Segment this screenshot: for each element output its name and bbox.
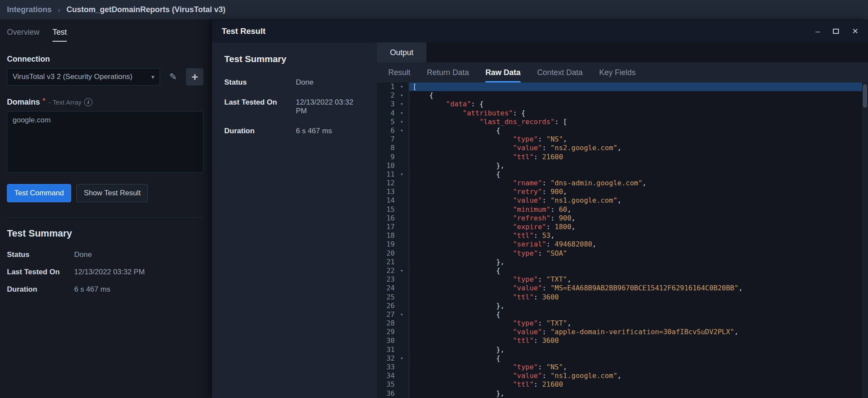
code-line[interactable]: 36 },	[377, 389, 862, 398]
code-line-text[interactable]: },	[409, 389, 862, 398]
code-line[interactable]: 22▾ {	[377, 266, 862, 275]
code-line[interactable]: 32▾ {	[377, 354, 862, 363]
code-line-text[interactable]: },	[409, 302, 862, 310]
code-line-text[interactable]: },	[409, 345, 862, 354]
code-line-text[interactable]: "ttl": 3600	[409, 336, 862, 345]
code-line-text[interactable]: "value": "MS=E4A68B9AB2BB9670BCE15412F62…	[409, 284, 862, 293]
code-line-text[interactable]: "data": {	[409, 100, 862, 109]
code-line-text[interactable]: "type": "TXT",	[409, 319, 862, 328]
code-line[interactable]: 30 "ttl": 3600	[377, 336, 862, 345]
subtab-return-data[interactable]: Return Data	[427, 62, 469, 82]
code-line-text[interactable]: "type": "SOA"	[409, 249, 862, 258]
code-line[interactable]: 27▾ {	[377, 310, 862, 319]
show-test-result-button[interactable]: Show Test Result	[76, 184, 148, 202]
code-line-text[interactable]: },	[409, 258, 862, 266]
code-line[interactable]: 25 "ttl": 3600	[377, 293, 862, 302]
vertical-scrollbar[interactable]	[862, 82, 868, 398]
code-line-text[interactable]: "value": "ns1.google.com",	[409, 372, 862, 380]
code-line[interactable]: 33 "type": "NS",	[377, 363, 862, 372]
code-line-text[interactable]: "retry": 900,	[409, 187, 862, 196]
tab-overview[interactable]: Overview	[7, 28, 39, 42]
code-line-text[interactable]: "value": "apple-domain-verification=30af…	[409, 328, 862, 336]
code-line-text[interactable]: "type": "NS",	[409, 135, 862, 144]
fold-caret-icon[interactable]: ▾	[397, 170, 406, 179]
code-line[interactable]: 14 "value": "ns1.google.com",	[377, 196, 862, 205]
info-icon[interactable]: i	[84, 98, 92, 106]
code-line-text[interactable]: "refresh": 900,	[409, 214, 862, 223]
code-line-text[interactable]: "last_dns_records": [	[409, 118, 862, 126]
code-line-text[interactable]: "type": "TXT",	[409, 275, 862, 284]
fold-caret-icon[interactable]: ▾	[397, 266, 406, 275]
code-line[interactable]: 16 "refresh": 900,	[377, 214, 862, 223]
code-line[interactable]: 6▾ {	[377, 126, 862, 135]
add-connection-button[interactable]: +	[186, 68, 203, 86]
subtab-key-fields[interactable]: Key Fields	[599, 62, 635, 82]
fold-caret-icon[interactable]: ▾	[397, 310, 406, 319]
code-line[interactable]: 24 "value": "MS=E4A68B9AB2BB9670BCE15412…	[377, 284, 862, 293]
code-line[interactable]: 21 },	[377, 258, 862, 266]
code-line-text[interactable]: "ttl": 53,	[409, 231, 862, 240]
code-line-text[interactable]: {	[409, 91, 862, 100]
code-line[interactable]: 11▾ {	[377, 170, 862, 179]
raw-data-code-editor[interactable]: 1▾[2▾ {3▾ "data": {4▾ "attributes": {5▾ …	[377, 82, 868, 398]
code-line[interactable]: 13 "retry": 900,	[377, 187, 862, 196]
code-line-text[interactable]: "attributes": {	[409, 109, 862, 118]
code-line[interactable]: 1▾[	[377, 82, 862, 91]
code-line[interactable]: 12 "rname": "dns-admin.google.com",	[377, 179, 862, 187]
code-line-text[interactable]: {	[409, 126, 862, 135]
code-line[interactable]: 35 "ttl": 21600	[377, 380, 862, 389]
code-line[interactable]: 15 "minimum": 60,	[377, 205, 862, 214]
tab-test[interactable]: Test	[52, 28, 67, 42]
fold-caret-icon[interactable]: ▾	[397, 91, 406, 100]
edit-connection-button[interactable]: ✎	[164, 68, 182, 86]
code-line-text[interactable]: "rname": "dns-admin.google.com",	[409, 179, 862, 187]
subtab-raw-data[interactable]: Raw Data	[485, 62, 521, 82]
code-line[interactable]: 31 },	[377, 345, 862, 354]
code-line[interactable]: 28 "type": "TXT",	[377, 319, 862, 328]
code-line-text[interactable]: "expire": 1800,	[409, 223, 862, 231]
code-line-text[interactable]: "serial": 494682080,	[409, 240, 862, 249]
scrollbar-thumb[interactable]	[863, 84, 867, 108]
fold-caret-icon[interactable]: ▾	[397, 126, 406, 135]
code-line-text[interactable]: {	[409, 310, 862, 319]
code-line[interactable]: 19 "serial": 494682080,	[377, 240, 862, 249]
code-line-text[interactable]: [	[409, 82, 862, 91]
code-line[interactable]: 23 "type": "TXT",	[377, 275, 862, 284]
code-line[interactable]: 8 "value": "ns2.google.com",	[377, 144, 862, 152]
code-line[interactable]: 3▾ "data": {	[377, 100, 862, 109]
code-line-text[interactable]: {	[409, 354, 862, 363]
code-line-text[interactable]: {	[409, 170, 862, 179]
fold-caret-icon[interactable]: ▾	[397, 354, 406, 363]
test-command-button[interactable]: Test Command	[7, 184, 71, 202]
code-line[interactable]: 5▾ "last_dns_records": [	[377, 118, 862, 126]
connection-select[interactable]: VirusTotal v3 2 (Security Operations) ▾	[7, 68, 160, 86]
fold-caret-icon[interactable]: ▾	[397, 100, 406, 109]
code-line-text[interactable]: "ttl": 21600	[409, 153, 862, 161]
code-line[interactable]: 34 "value": "ns1.google.com",	[377, 372, 862, 380]
fold-caret-icon[interactable]: ▾	[397, 109, 406, 118]
code-line[interactable]: 29 "value": "apple-domain-verification=3…	[377, 328, 862, 336]
close-icon[interactable]: ✕	[852, 27, 858, 35]
code-line-text[interactable]: "minimum": 60,	[409, 205, 862, 214]
code-line-text[interactable]: "value": "ns2.google.com",	[409, 144, 862, 152]
code-line[interactable]: 18 "ttl": 53,	[377, 231, 862, 240]
subtab-result[interactable]: Result	[388, 62, 410, 82]
minimize-icon[interactable]: –	[816, 27, 820, 35]
fold-caret-icon[interactable]: ▾	[397, 82, 406, 91]
code-line-text[interactable]: {	[409, 266, 862, 275]
domains-input[interactable]: google.com	[7, 111, 203, 173]
code-line-text[interactable]: "type": "NS",	[409, 363, 862, 372]
code-line[interactable]: 10 },	[377, 161, 862, 170]
code-line-text[interactable]: "value": "ns1.google.com",	[409, 196, 862, 205]
code-line-text[interactable]: "ttl": 21600	[409, 380, 862, 389]
code-line[interactable]: 17 "expire": 1800,	[377, 223, 862, 231]
code-line[interactable]: 7 "type": "NS",	[377, 135, 862, 144]
code-line[interactable]: 4▾ "attributes": {	[377, 109, 862, 118]
maximize-icon[interactable]	[833, 29, 839, 34]
breadcrumb-integrations-link[interactable]: Integrations	[7, 5, 52, 14]
subtab-context-data[interactable]: Context Data	[537, 62, 583, 82]
code-line-text[interactable]: },	[409, 161, 862, 170]
code-line-text[interactable]: "ttl": 3600	[409, 293, 862, 302]
fold-caret-icon[interactable]: ▾	[397, 118, 406, 126]
tab-output[interactable]: Output	[377, 43, 426, 62]
